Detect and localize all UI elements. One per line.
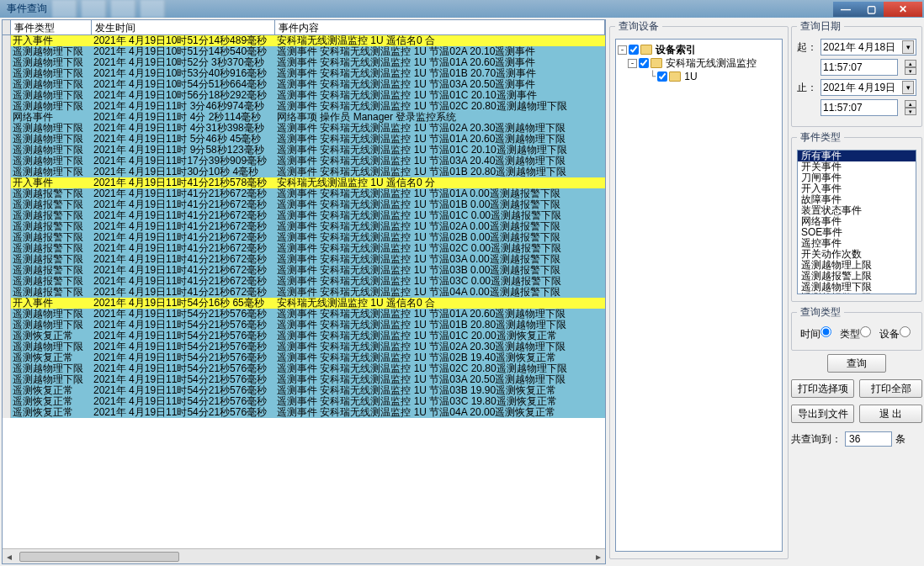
from-time-picker[interactable]: 11:57:07 — [820, 59, 898, 76]
table-row[interactable]: 遥测越报警下限2021年 4月19日11时41分21秒672毫秒遥测事件 安科瑞… — [3, 287, 605, 298]
table-row[interactable]: 遥测越物理下限2021年 4月19日11时 3分46秒974毫秒遥测事件 安科瑞… — [3, 101, 605, 112]
table-row[interactable]: 遥测越报警下限2021年 4月19日11时41分21秒672毫秒遥测事件 安科瑞… — [3, 265, 605, 276]
table-row[interactable]: 网络事件2021年 4月19日11时 4分 2秒114毫秒网络事项 操作员 Ma… — [3, 112, 605, 123]
chevron-down-icon[interactable]: ▾ — [902, 81, 914, 94]
table-row[interactable]: 开入事件2021年 4月19日11时41分21秒578毫秒安科瑞无线测温监控 1… — [3, 177, 605, 188]
expand-icon[interactable]: - — [628, 59, 637, 68]
from-date-picker[interactable]: 2021年 4月18日 ▾ — [820, 39, 916, 56]
cell-type: 开入事件 — [11, 298, 92, 309]
cell-type: 遥测越物理下限 — [11, 167, 92, 177]
table-row[interactable]: 遥测越物理下限2021年 4月19日11时 4分31秒398毫秒遥测事件 安科瑞… — [3, 123, 605, 134]
table-row[interactable]: 遥测越物理下限2021年 4月19日11时54分21秒576毫秒遥测事件 安科瑞… — [3, 309, 605, 320]
radio-type[interactable]: 类型 — [840, 326, 871, 341]
tree-leaf-checkbox[interactable] — [657, 71, 667, 82]
tree-guide: └ — [650, 71, 656, 82]
table-row[interactable]: 遥测越物理下限2021年 4月19日10时51分14秒540毫秒遥测事件 安科瑞… — [3, 46, 605, 57]
chevron-down-icon[interactable]: ▾ — [902, 40, 914, 54]
table-body[interactable]: 开入事件2021年 4月19日10时51分14秒489毫秒安科瑞无线测温监控 1… — [3, 35, 605, 548]
table-row[interactable]: 遥测越物理下限2021年 4月19日11时54分21秒576毫秒遥测事件 安科瑞… — [3, 341, 605, 352]
table-row[interactable]: 遥测越报警下限2021年 4月19日11时41分21秒672毫秒遥测事件 安科瑞… — [3, 221, 605, 232]
tree-root-checkbox[interactable] — [629, 45, 639, 55]
cell-type: 遥测越物理下限 — [11, 341, 92, 352]
table-row[interactable]: 遥测越报警下限2021年 4月19日11时41分21秒672毫秒遥测事件 安科瑞… — [3, 243, 605, 254]
table-row[interactable]: 遥测越报警下限2021年 4月19日11时41分21秒672毫秒遥测事件 安科瑞… — [3, 199, 605, 210]
print-selection-button[interactable]: 打印选择项 — [791, 379, 854, 398]
table-row[interactable]: 遥测越报警下限2021年 4月19日11时41分21秒672毫秒遥测事件 安科瑞… — [3, 276, 605, 287]
cell-time: 2021年 4月19日11时 9分58秒123毫秒 — [92, 145, 275, 156]
table-row[interactable]: 遥测越物理下限2021年 4月19日11时 5分46秒 45毫秒遥测事件 安科瑞… — [3, 134, 605, 145]
expand-icon[interactable]: - — [618, 45, 627, 55]
cell-time: 2021年 4月19日11时41分21秒672毫秒 — [92, 210, 275, 221]
cell-time: 2021年 4月19日11时41分21秒672毫秒 — [92, 254, 275, 265]
table-row[interactable]: 遥测越物理下限2021年 4月19日11时54分21秒576毫秒遥测事件 安科瑞… — [3, 320, 605, 331]
cell-time: 2021年 4月19日11时54分21秒576毫秒 — [92, 352, 275, 363]
cell-time: 2021年 4月19日11时54分21秒576毫秒 — [92, 341, 275, 352]
table-row[interactable]: 遥测恢复正常2021年 4月19日11时54分21秒576毫秒遥测事件 安科瑞无… — [3, 352, 605, 363]
table-row[interactable]: 遥测越物理下限2021年 4月19日11时30分10秒 4毫秒遥测事件 安科瑞无… — [3, 167, 605, 177]
close-button[interactable]: ✕ — [884, 2, 922, 17]
tree-root-label[interactable]: 设备索引 — [656, 43, 696, 57]
table-row[interactable]: 遥测越物理下限2021年 4月19日10时56分18秒292毫秒遥测事件 安科瑞… — [3, 90, 605, 101]
scroll-left-icon[interactable]: ◂ — [3, 550, 16, 563]
table-row[interactable]: 遥测越报警下限2021年 4月19日11时41分21秒672毫秒遥测事件 安科瑞… — [3, 210, 605, 221]
print-all-button[interactable]: 打印全部 — [859, 379, 922, 398]
radio-time[interactable]: 时间 — [800, 326, 831, 341]
table-row[interactable]: 遥测恢复正常2021年 4月19日11时54分21秒576毫秒遥测事件 安科瑞无… — [3, 407, 605, 418]
cell-type: 遥测越物理下限 — [11, 363, 92, 374]
cell-time: 2021年 4月19日11时41分21秒672毫秒 — [92, 232, 275, 243]
cell-time: 2021年 4月19日11时41分21秒672毫秒 — [92, 265, 275, 276]
cell-time: 2021年 4月19日11时54分21秒576毫秒 — [92, 309, 275, 320]
cell-content: 遥测事件 安科瑞无线测温监控 1U 节温02A 20.30遥测越物理下限 — [275, 123, 605, 134]
cell-time: 2021年 4月19日11时41分21秒578毫秒 — [92, 177, 275, 188]
horizontal-scrollbar[interactable]: ◂ ▸ — [3, 548, 605, 563]
scroll-right-icon[interactable]: ▸ — [592, 550, 605, 563]
maximize-button[interactable]: ▢ — [858, 2, 884, 17]
cell-type: 遥测越报警下限 — [11, 265, 92, 276]
event-type-list[interactable]: 所有事件开关事件刀闸事件开入事件故障事件装置状态事件网络事件SOE事件遥控事件开… — [797, 150, 916, 294]
table-row[interactable]: 开入事件2021年 4月19日11时54分16秒 65毫秒安科瑞无线测温监控 1… — [3, 298, 605, 309]
to-time-spinner[interactable]: ▴▾ — [905, 100, 916, 115]
tree-child-label[interactable]: 安科瑞无线测温监控 — [666, 56, 757, 71]
table-row[interactable]: 遥测恢复正常2021年 4月19日11时54分21秒576毫秒遥测事件 安科瑞无… — [3, 385, 605, 396]
cell-content: 遥测事件 安科瑞无线测温监控 1U 节温01A 0.00遥测越报警下限 — [275, 188, 605, 199]
tab-1[interactable] — [52, 0, 77, 18]
table-row[interactable]: 遥测恢复正常2021年 4月19日11时54分21秒576毫秒遥测事件 安科瑞无… — [3, 396, 605, 407]
exit-button[interactable]: 退 出 — [859, 405, 922, 423]
event-type-fieldset: 事件类型 所有事件开关事件刀闸事件开入事件故障事件装置状态事件网络事件SOE事件… — [791, 130, 922, 302]
table-row[interactable]: 遥测越物理下限2021年 4月19日10时54分51秒664毫秒遥测事件 安科瑞… — [3, 79, 605, 90]
event-type-item[interactable]: 遥测越报警下限 — [798, 293, 916, 294]
col-event-type[interactable]: 事件类型 — [11, 20, 92, 34]
tab-3[interactable] — [111, 0, 135, 18]
from-time-spinner[interactable]: ▴▾ — [905, 60, 916, 75]
minimize-button[interactable]: — — [833, 2, 858, 17]
col-time[interactable]: 发生时间 — [92, 20, 275, 34]
table-row[interactable]: 遥测越物理下限2021年 4月19日10时52分 3秒370毫秒遥测事件 安科瑞… — [3, 57, 605, 68]
table-row[interactable]: 遥测越物理下限2021年 4月19日11时54分21秒576毫秒遥测事件 安科瑞… — [3, 363, 605, 374]
cell-type: 遥测恢复正常 — [11, 407, 92, 418]
to-time-picker[interactable]: 11:57:07 — [820, 99, 898, 116]
device-tree[interactable]: - 设备索引 - 安科瑞无线测温监控 └ — [615, 39, 783, 552]
query-button[interactable]: 查询 — [827, 354, 886, 373]
col-content[interactable]: 事件内容 — [275, 20, 605, 34]
cell-content: 安科瑞无线测温监控 1U 遥信名0 合 — [275, 298, 605, 309]
table-row[interactable]: 遥测越物理下限2021年 4月19日10时53分40秒916毫秒遥测事件 安科瑞… — [3, 68, 605, 79]
cell-content: 网络事项 操作员 Manager 登录监控系统 — [275, 112, 605, 123]
table-row[interactable]: 遥测越物理下限2021年 4月19日11时54分21秒576毫秒遥测事件 安科瑞… — [3, 374, 605, 385]
table-row[interactable]: 遥测越物理下限2021年 4月19日11时 9分58秒123毫秒遥测事件 安科瑞… — [3, 145, 605, 156]
table-row[interactable]: 开入事件2021年 4月19日10时51分14秒489毫秒安科瑞无线测温监控 1… — [3, 35, 605, 46]
table-row[interactable]: 遥测恢复正常2021年 4月19日11时54分21秒576毫秒遥测事件 安科瑞无… — [3, 331, 605, 341]
tree-child-checkbox[interactable] — [639, 58, 649, 68]
table-row[interactable]: 遥测越物理下限2021年 4月19日11时17分39秒909毫秒遥测事件 安科瑞… — [3, 156, 605, 167]
tab-2[interactable] — [82, 0, 106, 18]
table-row[interactable]: 遥测越报警下限2021年 4月19日11时41分21秒672毫秒遥测事件 安科瑞… — [3, 232, 605, 243]
tree-leaf-label[interactable]: 1U — [684, 71, 697, 82]
to-date-picker[interactable]: 2021年 4月19日 ▾ — [820, 79, 916, 96]
tab-4[interactable] — [141, 0, 165, 18]
table-row[interactable]: 遥测越报警下限2021年 4月19日11时41分21秒672毫秒遥测事件 安科瑞… — [3, 188, 605, 199]
scroll-thumb[interactable] — [19, 552, 179, 562]
table-row[interactable]: 遥测越报警下限2021年 4月19日11时41分21秒672毫秒遥测事件 安科瑞… — [3, 254, 605, 265]
cell-type: 遥测恢复正常 — [11, 396, 92, 407]
cell-time: 2021年 4月19日11时30分10秒 4毫秒 — [92, 167, 275, 177]
export-button[interactable]: 导出到文件 — [791, 405, 854, 423]
radio-device[interactable]: 设备 — [879, 326, 911, 341]
